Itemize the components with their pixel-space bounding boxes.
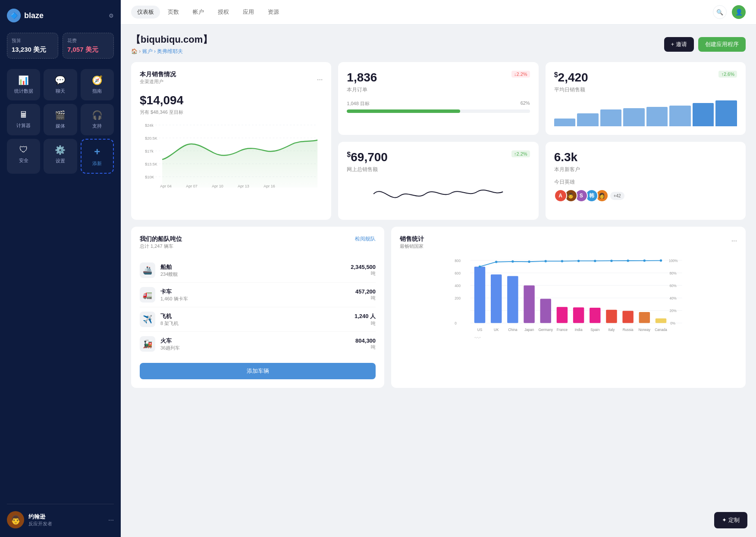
expense-value: 7,057 美元 [67,46,109,54]
bar-7 [693,103,714,126]
budget-label: 预算 [12,37,53,44]
svg-rect-44 [573,307,584,323]
calc-icon: 🖩 [19,110,28,120]
invite-button[interactable]: + 邀请 [664,37,694,52]
create-app-button[interactable]: 创建应用程序 [698,37,746,52]
fleet-item-ship: 🚢 船舶 234艘舰 2,345,500 吨 [140,258,376,283]
guide-icon: 🧭 [92,75,103,85]
svg-point-56 [479,265,481,268]
fleet-train-unit: 吨 [355,344,376,350]
page-header: 【biqubiqu.com】 🏠 › 账户 › 奥弗维耶夫 + 邀请 创建应用程… [131,33,746,55]
orders-card: 1,836 本月订单 ↓2.2% 1,048 目标 62% [338,62,538,135]
nav-label-guide: 指南 [92,88,102,94]
train-icon: 🚂 [140,336,155,352]
fleet-plane-count: 8 架飞机 [160,320,354,327]
user-name: 约翰逊 [28,513,108,521]
svg-text:China: China [508,328,518,332]
chart-title: 销售统计 [400,235,424,243]
svg-text:0%: 0% [670,322,675,325]
fleet-truck-count: 1,460 辆卡车 [160,296,355,302]
tab-resources[interactable]: 资源 [262,6,285,19]
nav-item-stats[interactable]: 📊 统计数据 [7,69,40,100]
tab-dashboard[interactable]: 仪表板 [131,6,160,19]
search-button[interactable]: 🔍 [713,5,727,19]
svg-point-59 [528,261,530,263]
fleet-item-train: 🚂 火车 36趟列车 804,300 吨 [140,332,376,356]
svg-text:400: 400 [455,284,461,288]
nav-item-calc[interactable]: 🖩 计算器 [7,104,40,135]
top-nav: 仪表板 页数 帐户 授权 应用 资源 🔍 👤 [121,0,756,25]
tab-apps[interactable]: 应用 [237,6,260,19]
nav-label-security: 安全 [19,157,28,164]
budget-cards: 预算 13,230 美元 花费 7,057 美元 [7,33,114,59]
svg-text:Germany: Germany [538,328,553,332]
svg-point-63 [594,260,596,262]
sales-more-icon[interactable]: ··· [317,76,323,84]
svg-text:100%: 100% [669,259,678,263]
heroes-section: 今日英雄 A 👨 S 韩 👩 +42 [554,178,737,202]
chart-more-icon[interactable]: ... [731,235,737,243]
svg-text:600: 600 [455,272,461,275]
expense-card: 花费 7,057 美元 [63,33,114,59]
plane-icon: ✈️ [140,312,155,327]
svg-point-60 [545,260,547,262]
svg-rect-38 [524,285,534,323]
nav-item-media[interactable]: 🎬 媒体 [44,104,77,135]
budget-card: 预算 13,230 美元 [7,33,58,59]
fleet-ship-name: 船舶 [160,263,351,271]
top-user-avatar[interactable]: 👤 [732,5,746,19]
user-menu-icon[interactable]: ⋯ [108,517,114,523]
svg-text:$17k: $17k [145,149,154,153]
total-sales-label: 网上总销售额 [347,166,388,173]
nav-item-security[interactable]: 🛡 安全 [7,139,40,174]
svg-text:Apr 10: Apr 10 [212,184,223,188]
nav-item-settings[interactable]: ⚙️ 设置 [44,139,77,174]
sidebar-settings-icon[interactable]: ⚙ [109,12,114,19]
fleet-item-plane: ✈️ 飞机 8 架飞机 1,240 人 吨 [140,307,376,332]
main-content: 仪表板 页数 帐户 授权 应用 资源 🔍 👤 【biqubiqu.com】 🏠 … [121,0,756,537]
tab-auth[interactable]: 授权 [212,6,235,19]
nav-label-calc: 计算器 [16,122,31,129]
fleet-train-count: 36趟列车 [160,345,355,351]
header-actions: + 邀请 创建应用程序 [664,37,746,52]
fleet-link[interactable]: 检阅舰队 [355,235,376,243]
fleet-ship-count: 234艘舰 [160,271,351,278]
fleet-truck-info: 卡车 1,460 辆卡车 [160,288,355,302]
svg-text:20%: 20% [670,309,677,313]
sidebar-logo: 🔷 blaze ⚙ [7,9,114,22]
svg-text:UK: UK [494,328,499,332]
svg-text:Norway: Norway [639,328,651,332]
user-info: 约翰逊 反应开发者 [28,513,108,527]
orders-badge: ↓2.2% [511,71,530,78]
nav-label-media: 媒体 [56,123,65,129]
fleet-ship-unit: 吨 [351,270,376,277]
nav-item-guide[interactable]: 🧭 指南 [81,69,114,100]
wave-chart-svg [347,177,530,211]
svg-text:$24k: $24k [145,123,154,128]
svg-rect-40 [540,299,551,323]
tab-pages[interactable]: 页数 [162,6,185,19]
progress-pct: 62% [521,100,530,107]
new-customers-value: 6.3k [554,150,580,164]
fleet-card: 我们的船队吨位 总计 1,247 辆车 检阅舰队 🚢 船舶 234艘舰 2,34… [131,227,384,388]
nav-item-add[interactable]: + 添新 [81,139,114,174]
bar-2 [577,113,599,126]
customize-button[interactable]: ✦ 定制 [714,512,747,528]
ship-icon: 🚢 [140,262,155,278]
title-area: 【biqubiqu.com】 🏠 › 账户 › 奥弗维耶夫 [131,33,212,55]
svg-text:80%: 80% [670,272,677,275]
add-vehicle-button[interactable]: 添加车辆 [140,363,376,379]
nav-item-chat[interactable]: 💬 聊天 [44,69,77,100]
svg-text:Italy: Italy [609,328,615,332]
svg-text:0: 0 [455,322,457,325]
orders-value-group: 1,836 本月订单 [347,71,377,94]
user-role: 反应开发者 [28,521,108,527]
tab-accounts[interactable]: 帐户 [187,6,210,19]
nav-item-support[interactable]: 🎧 支持 [81,104,114,135]
heroes-avatars: A 👨 S 韩 👩 +42 [554,189,737,202]
line-chart-svg: $24k $20.5K $17k $13.5K $10K [140,121,323,190]
progress-bar [347,109,530,113]
bar-4 [623,108,645,126]
total-sales-value: $69,700 [347,150,388,164]
progress-target: 1,048 目标 [347,100,370,107]
